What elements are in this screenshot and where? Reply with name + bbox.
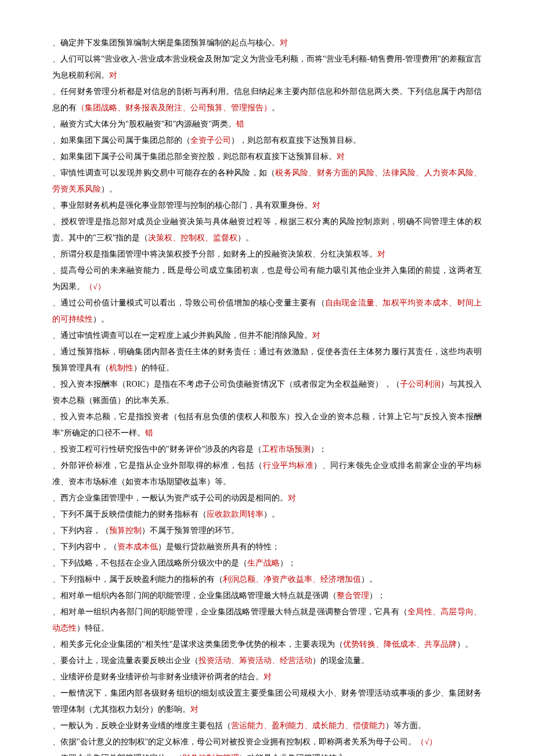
answer-text: 对 bbox=[312, 331, 320, 340]
question-item: 、西方企业集团管理中，一般认为资产或子公司的动因是相同的。对 bbox=[52, 490, 482, 506]
question-text: ）。 bbox=[237, 233, 254, 242]
question-text: 、通过审慎性调查可以在一定程度上减少并购风险，但并不能消除风险。 bbox=[52, 331, 312, 340]
question-text: ）是银行贷款融资所具有的特性； bbox=[158, 542, 280, 551]
answer-text: 投资活动、筹资活动、经营活动 bbox=[199, 656, 312, 665]
answer-text: 预算控制 bbox=[109, 526, 142, 535]
question-text: ）的现金流量。 bbox=[312, 656, 369, 665]
question-text: 、如果集团下属公司属于集团总部的（ bbox=[52, 136, 190, 145]
question-text: 。 bbox=[272, 103, 280, 112]
question-text: 、下列不属于反映偿债能力的财务指标有（ bbox=[52, 510, 207, 519]
answer-text: 应收款款周转率 bbox=[207, 510, 264, 519]
question-item: 、任何财务管理分析都是对信息的剖析与再利用。信息归纳起来主要内部信息和外部信息两… bbox=[52, 84, 482, 116]
question-item: 、一般情况下，集团内部各级财务组织的细划或设置主要受集团公司规模大小、财务管理活… bbox=[52, 685, 482, 718]
question-text: 、下列内容，（ bbox=[52, 526, 109, 535]
answer-text: 错 bbox=[236, 120, 244, 128]
question-text: ）。 bbox=[457, 640, 473, 649]
question-text: ）等方面。 bbox=[385, 721, 426, 730]
question-item: 、人们可以将"营业收入-营业成本营业税金及附加"定义为营业毛利额，而将"营业毛利… bbox=[52, 51, 482, 84]
question-item: 、通过审慎性调查可以在一定程度上减少并购风险，但并不能消除风险。对 bbox=[52, 327, 482, 344]
question-text: 、授权管理是指总部对成员企业融资决策与具体融资过程等，根据三权分离的风险控制原则… bbox=[52, 217, 482, 242]
answer-text: 对 bbox=[109, 71, 117, 80]
question-item: 、投入资本报酬率（ROIC）是指在不考虑子公司负债融资情况下（或者假定为全权益融… bbox=[52, 376, 482, 409]
question-item: 、提高母公司的未来融资能力，既是母公司成立集团初衷，也是母公司有能力吸引其他企业… bbox=[52, 262, 482, 295]
question-text: 、事业部财务机构是强化事业部管理与控制的核心部门，具有双重身份。 bbox=[52, 201, 312, 210]
question-text: 、融资方式大体分为"股权融资"和"内源融资"两类。 bbox=[52, 120, 236, 128]
question-item: 、审慎性调查可以发现并购交易中可能存在的各种风险，如（税务风险、财务方面的风险、… bbox=[52, 165, 482, 197]
question-item: 、要会计上，现金流量表要反映出企业（投资活动、筹资活动、经营活动）的现金流量。 bbox=[52, 653, 482, 669]
question-item: 、通过公司价值计量模式可以看出，导致公司价值增加的核心变量主要有（自由现金流量、… bbox=[52, 295, 482, 327]
question-item: 、事业部财务机构是强化事业部管理与控制的核心部门，具有双重身份。对 bbox=[52, 197, 482, 214]
question-text: ），则总部有权直接下达预算目标。 bbox=[231, 136, 361, 145]
question-item: 、下列内容，（预算控制）不属于预算管理的环节。 bbox=[52, 523, 482, 539]
question-item: 、下列战略，不包括在企业入团战略所分级次中的是（生产战略）； bbox=[52, 555, 482, 571]
question-text: 、相关多元化企业集团的"相关性"是谋求这类集团竞争优势的根本，主要表现为（ bbox=[52, 640, 343, 649]
question-text: 、相对单一组织内各部门间的职能管理，企业集团战略管理最大特点就是强调整合管理，它… bbox=[52, 607, 407, 616]
question-text: ）。 bbox=[361, 575, 377, 584]
answer-text: 对 bbox=[288, 494, 296, 502]
answer-text: 资本成本低 bbox=[117, 542, 158, 551]
answer-text: 财务控制与管理 bbox=[182, 754, 239, 756]
answer-text: 对 bbox=[377, 250, 385, 258]
question-text: ）的特征。 bbox=[134, 363, 174, 372]
question-text: 、外部评价标准，它是指从企业外部取得的标准，包括（ bbox=[52, 461, 263, 470]
question-item: 、业绩评价是财务业绩评价与非财务业绩评价两者的结合。对 bbox=[52, 669, 482, 685]
question-text: 、提高母公司的未来融资能力，既是母公司成立集团初衷，也是母公司有能力吸引其他企业… bbox=[52, 266, 482, 291]
question-item: 、通过预算指标，明确集团内部各责任主体的财务责任；通过有效激励，促使各责任主体努… bbox=[52, 344, 482, 376]
question-item: 、授权管理是指总部对成员企业融资决策与具体融资过程等，根据三权分离的风险控制原则… bbox=[52, 214, 482, 246]
answer-text: （√） bbox=[416, 737, 437, 746]
answer-text: 生产战略 bbox=[247, 559, 280, 567]
answer-text: （√） bbox=[85, 282, 106, 291]
question-item: 、所谓分权是指集团管理中将决策权授予分部，如财务上的投融资决策权、分红决策权等。… bbox=[52, 246, 482, 262]
question-text: 、确定并下发集团预算编制大纲是集团预算编制的起点与核心。 bbox=[52, 38, 280, 47]
question-text: 、投入资本总额，它是指投资者（包括有息负债的债权人和股东）投入企业的资本总额，计… bbox=[52, 412, 482, 437]
answer-text: 对 bbox=[312, 201, 320, 210]
question-item: 、外部评价标准，它是指从企业外部取得的标准，包括（行业平均标准）、同行来领先企业… bbox=[52, 458, 482, 490]
question-item: 、如果集团下属公司属于集团总部的（全资子公司），则总部有权直接下达预算目标。 bbox=[52, 132, 482, 149]
question-item: 、一般认为，反映企业财务业绩的维度主要包括（营运能力、盈利能力、成长能力、偿债能… bbox=[52, 718, 482, 734]
answer-text: 行业平均标准 bbox=[263, 461, 313, 470]
answer-text: 工程市场预测 bbox=[262, 445, 311, 453]
answer-text: 错 bbox=[145, 429, 153, 437]
question-item: 、融资方式大体分为"股权融资"和"内源融资"两类。错 bbox=[52, 116, 482, 132]
question-text: 、一般情况下，集团内部各级财务组织的细划或设置主要受集团公司规模大小、财务管理活… bbox=[52, 689, 482, 714]
question-text: ）； bbox=[280, 559, 296, 567]
question-text: 、要会计上，现金流量表要反映出企业（ bbox=[52, 656, 199, 665]
question-text: ）功能是企业集团管理的核心； bbox=[239, 754, 353, 756]
question-item: 、确定并下发集团预算编制大纲是集团预算编制的起点与核心。对 bbox=[52, 35, 482, 51]
answer-text: 对 bbox=[337, 152, 345, 161]
question-text: 、如果集团下属子公司属于集团总部全资控股，则总部有权直接下达预算目标。 bbox=[52, 152, 337, 161]
answer-text: 整合管理 bbox=[337, 591, 369, 600]
question-item: 、依照企业集团总部管理的定位，（财务控制与管理）功能是企业集团管理的核心； bbox=[52, 750, 482, 756]
answer-text: 决策权、控制权、监督权 bbox=[148, 233, 237, 242]
answer-text: 对 bbox=[190, 705, 199, 714]
document-body: 、确定并下发集团预算编制大纲是集团预算编制的起点与核心。对、人们可以将"营业收入… bbox=[52, 35, 482, 756]
question-text: 、一般认为，反映企业财务业绩的维度主要包括（ bbox=[52, 721, 231, 730]
question-text: ）。 bbox=[93, 315, 109, 323]
question-text: 、下列内容中，（ bbox=[52, 542, 117, 551]
question-text: ）； bbox=[369, 591, 385, 600]
question-text: 、相对单一组织内各部门间的职能管理，企业集团战略管理最大特点就是强调（ bbox=[52, 591, 337, 600]
question-text: ）。 bbox=[101, 185, 117, 193]
answer-text: （集团战略、财务报表及附注、公司预算、管理报告） bbox=[77, 103, 272, 112]
answer-text: 对 bbox=[280, 38, 288, 47]
question-item: 、依据"会计意义的控制权"的定义标准，母公司对被投资企业拥有控制权，即称两者关系… bbox=[52, 734, 482, 750]
question-text: 、所谓分权是指集团管理中将决策权授予分部，如财务上的投融资决策权、分红决策权等。 bbox=[52, 250, 377, 258]
question-item: 、投入资本总额，它是指投资者（包括有息负债的债权人和股东）投入企业的资本总额，计… bbox=[52, 409, 482, 441]
question-text: ）； bbox=[311, 445, 327, 453]
question-item: 、相对单一组织内各部门间的职能管理，企业集团战略管理最大特点就是强调整合管理，它… bbox=[52, 604, 482, 636]
answer-text: 全资子公司 bbox=[190, 136, 231, 145]
answer-text: 利润总额、净资产收益率、经济增加值 bbox=[223, 575, 361, 584]
question-item: 、下列不属于反映偿债能力的财务指标有（应收款款周转率）。 bbox=[52, 506, 482, 523]
question-text: ）不属于预算管理的环节。 bbox=[142, 526, 239, 535]
question-item: 、如果集团下属子公司属于集团总部全资控股，则总部有权直接下达预算目标。对 bbox=[52, 149, 482, 165]
answer-text: 对 bbox=[264, 672, 272, 681]
question-item: 、下列内容中，（资本成本低）是银行贷款融资所具有的特性； bbox=[52, 539, 482, 555]
question-text: 、西方企业集团管理中，一般认为资产或子公司的动因是相同的。 bbox=[52, 494, 288, 502]
question-text: 、下列战略，不包括在企业入团战略所分级次中的是（ bbox=[52, 559, 247, 567]
question-text: 、通过公司价值计量模式可以看出，导致公司价值增加的核心变量主要有（ bbox=[52, 298, 325, 307]
question-text: ）特征。 bbox=[77, 624, 109, 632]
answer-text: 营运能力、盈利能力、成长能力、偿债能力 bbox=[231, 721, 385, 730]
question-item: 、相关多元化企业集团的"相关性"是谋求这类集团竞争优势的根本，主要表现为（优势转… bbox=[52, 636, 482, 653]
question-item: 、投资工程可行性研究报告中的"财务评价"涉及的内容是（工程市场预测）； bbox=[52, 441, 482, 458]
question-text: 、投资工程可行性研究报告中的"财务评价"涉及的内容是（ bbox=[52, 445, 262, 453]
